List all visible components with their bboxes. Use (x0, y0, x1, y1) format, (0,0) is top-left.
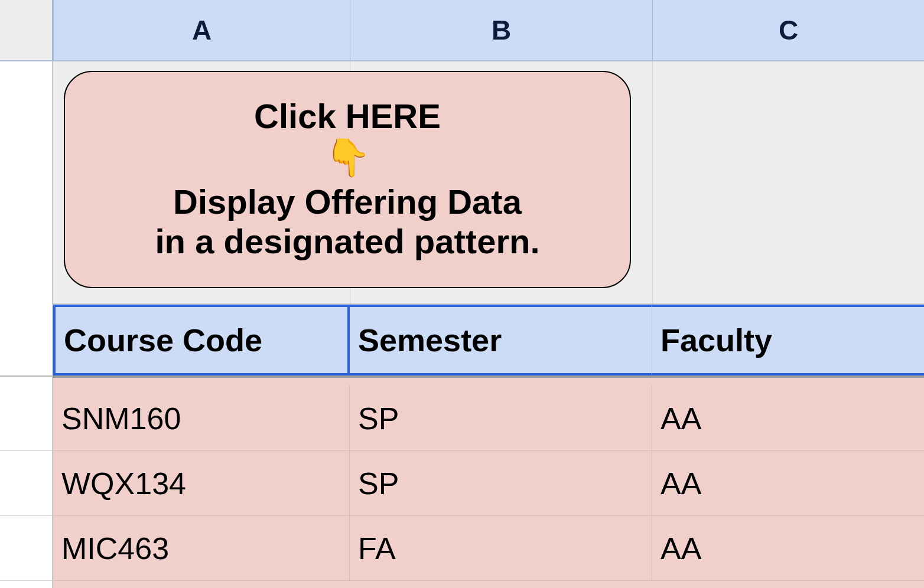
click-title: Click HERE (254, 97, 441, 135)
click-here-button[interactable]: Click HERE 👇 Display Offering Data in a … (64, 71, 631, 288)
row-header-1[interactable] (0, 61, 53, 305)
row-header-6[interactable] (0, 581, 53, 588)
row-header-3[interactable] (0, 386, 53, 451)
cell-semester[interactable]: FA (350, 516, 652, 581)
trailing-row-area (53, 581, 924, 588)
click-desc-line2: in a designated pattern. (155, 222, 540, 260)
table-header-course-code[interactable]: Course Code (53, 305, 350, 375)
pointing-down-icon: 👇 (325, 138, 370, 178)
column-header-A[interactable]: A (53, 0, 350, 61)
click-description: Display Offering Data in a designated pa… (155, 182, 540, 261)
row-header-2[interactable] (0, 305, 53, 375)
cell-course-code[interactable]: WQX134 (53, 451, 350, 516)
column-header-B[interactable]: B (350, 0, 652, 61)
cell-faculty[interactable]: AA (652, 451, 924, 516)
cell-faculty[interactable]: AA (652, 516, 924, 581)
corner-header[interactable] (0, 0, 53, 61)
table-header-semester[interactable]: Semester (350, 305, 652, 375)
column-divider (652, 61, 653, 303)
frozen-row-divider-stub (0, 375, 53, 386)
table-header-faculty[interactable]: Faculty (652, 305, 924, 375)
row-1-area: Click HERE 👇 Display Offering Data in a … (53, 61, 924, 305)
spreadsheet-grid: A B C Click HERE 👇 Display Offering Data… (0, 0, 924, 588)
frozen-row-divider (53, 375, 924, 386)
row-header-5[interactable] (0, 516, 53, 581)
cell-semester[interactable]: SP (350, 451, 652, 516)
cell-course-code[interactable]: SNM160 (53, 386, 350, 451)
cell-faculty[interactable]: AA (652, 386, 924, 451)
row-header-4[interactable] (0, 451, 53, 516)
column-header-C[interactable]: C (652, 0, 924, 61)
cell-course-code[interactable]: MIC463 (53, 516, 350, 581)
cell-semester[interactable]: SP (350, 386, 652, 451)
click-desc-line1: Display Offering Data (173, 182, 522, 221)
